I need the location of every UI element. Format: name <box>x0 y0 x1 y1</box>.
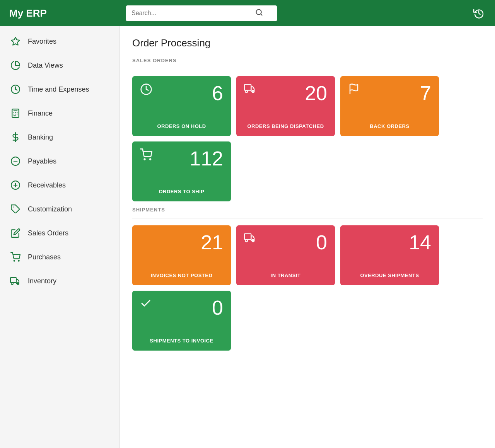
tile-shipments-to-invoice-bottom: SHIPMENTS TO INVOICE <box>140 334 223 344</box>
tile-orders-dispatched-top: 20 <box>244 83 327 103</box>
sidebar-item-customization[interactable]: Customization <box>0 197 119 221</box>
svg-rect-22 <box>10 278 16 283</box>
truck-dispatched-icon <box>244 83 256 97</box>
section-divider-sales <box>132 69 483 69</box>
chart-pie-icon <box>9 60 22 70</box>
back-orders-label: BACK ORDERS <box>348 123 431 130</box>
section-title-shipments: SHIPMENTS <box>132 207 483 213</box>
invoices-not-posted-label: INVOICES NOT POSTED <box>140 272 223 279</box>
app-title: My ERP <box>9 7 47 19</box>
sales-orders-tiles-row-1: 6 ORDERS ON HOLD 20 ORDERS BEING DISPA <box>132 76 483 136</box>
svg-point-23 <box>11 283 13 284</box>
content-area: Order Processing SALES ORDERS 6 ORDERS O… <box>120 26 495 448</box>
tile-orders-on-hold[interactable]: 6 ORDERS ON HOLD <box>132 76 231 136</box>
tile-in-transit-bottom: IN TRANSIT <box>244 268 327 279</box>
shipments-tiles-row-2: 0 SHIPMENTS TO INVOICE <box>132 291 483 351</box>
tile-invoices-not-posted-top: 21 <box>140 232 223 252</box>
sidebar-item-sales-orders-label: Sales Orders <box>28 229 68 237</box>
edit-icon <box>9 228 22 238</box>
tile-overdue-shipments[interactable]: 14 OVERDUE SHIPMENTS <box>340 225 439 285</box>
svg-point-27 <box>245 90 248 93</box>
in-transit-label: IN TRANSIT <box>244 272 327 279</box>
header-icons <box>463 5 495 22</box>
truck-icon <box>9 276 22 286</box>
tile-orders-on-hold-top: 6 <box>140 83 223 103</box>
search-input[interactable] <box>131 10 255 17</box>
app-logo: My ERP <box>0 7 120 19</box>
sidebar-item-inventory-label: Inventory <box>28 277 56 285</box>
tile-overdue-shipments-bottom: OVERDUE SHIPMENTS <box>348 268 431 279</box>
sidebar-item-time-expenses[interactable]: Time and Expenses <box>0 77 119 101</box>
sidebar-item-purchases[interactable]: Purchases <box>0 245 119 269</box>
tile-invoices-not-posted-bottom: INVOICES NOT POSTED <box>140 268 223 279</box>
sidebar-item-inventory[interactable]: Inventory <box>0 269 119 293</box>
truck-transit-icon <box>244 232 256 246</box>
sidebar-item-receivables-label: Receivables <box>28 181 66 189</box>
tile-overdue-shipments-top: 14 <box>348 232 431 252</box>
orders-to-ship-label: ORDERS TO SHIP <box>140 188 223 195</box>
search-box[interactable] <box>126 5 277 21</box>
sidebar-item-finance[interactable]: Finance <box>0 101 119 125</box>
plus-circle-icon <box>9 180 22 190</box>
overdue-shipments-label: OVERDUE SHIPMENTS <box>348 272 431 279</box>
clock-tile-icon <box>140 83 152 98</box>
back-orders-number: 7 <box>420 83 431 103</box>
calculator-icon <box>9 108 22 118</box>
orders-on-hold-label: ORDERS ON HOLD <box>140 123 223 130</box>
sales-orders-tiles-row-2: 112 ORDERS TO SHIP <box>132 141 483 201</box>
tile-in-transit-top: 0 <box>244 232 327 252</box>
tile-orders-on-hold-bottom: ORDERS ON HOLD <box>140 119 223 130</box>
tile-orders-to-ship[interactable]: 112 ORDERS TO SHIP <box>132 141 231 201</box>
sidebar-item-payables-label: Payables <box>28 157 56 165</box>
svg-point-30 <box>144 159 145 160</box>
svg-line-1 <box>261 14 262 15</box>
sidebar-item-data-views[interactable]: Data Views <box>0 53 119 77</box>
orders-on-hold-number: 6 <box>212 83 223 103</box>
cart-icon <box>9 252 22 262</box>
orders-to-ship-number: 112 <box>189 148 223 169</box>
svg-point-33 <box>245 240 248 242</box>
tile-shipments-to-invoice[interactable]: 0 SHIPMENTS TO INVOICE <box>132 291 231 351</box>
shipments-to-invoice-label: SHIPMENTS TO INVOICE <box>140 337 223 344</box>
history-button[interactable] <box>470 5 487 22</box>
header: My ERP <box>0 0 495 26</box>
star-icon <box>9 36 22 46</box>
sidebar-item-data-views-label: Data Views <box>28 61 63 70</box>
page-title: Order Processing <box>132 37 483 49</box>
sidebar-item-time-expenses-label: Time and Expenses <box>28 85 89 94</box>
tile-back-orders[interactable]: 7 BACK ORDERS <box>340 76 439 136</box>
sidebar-item-finance-label: Finance <box>28 109 53 118</box>
main-layout: Favorites Data Views Time and Expenses <box>0 26 495 448</box>
tile-in-transit[interactable]: 0 IN TRANSIT <box>236 225 335 285</box>
tile-back-orders-top: 7 <box>348 83 431 103</box>
tile-orders-to-ship-top: 112 <box>140 148 223 169</box>
overdue-shipments-number: 14 <box>409 232 431 252</box>
minus-circle-icon <box>9 156 22 166</box>
shipments-tiles-row-1: 21 INVOICES NOT POSTED 0 IN TRANSIT <box>132 225 483 285</box>
sidebar-item-receivables[interactable]: Receivables <box>0 173 119 197</box>
sidebar-item-favorites[interactable]: Favorites <box>0 29 119 53</box>
section-divider-shipments <box>132 218 483 218</box>
sidebar-item-customization-label: Customization <box>28 205 72 213</box>
tile-back-orders-bottom: BACK ORDERS <box>348 119 431 130</box>
sidebar-item-banking-label: Banking <box>28 133 53 141</box>
tile-shipments-to-invoice-top: 0 <box>140 298 223 318</box>
svg-marker-2 <box>11 37 20 45</box>
tile-orders-dispatched-bottom: ORDERS BEING DISPATCHED <box>244 119 327 130</box>
shipments-to-invoice-number: 0 <box>212 298 223 318</box>
sidebar: Favorites Data Views Time and Expenses <box>0 26 120 448</box>
tile-orders-being-dispatched[interactable]: 20 ORDERS BEING DISPATCHED <box>236 76 335 136</box>
sidebar-item-banking[interactable]: Banking <box>0 125 119 149</box>
tile-invoices-not-posted[interactable]: 21 INVOICES NOT POSTED <box>132 225 231 285</box>
in-transit-number: 0 <box>316 232 327 252</box>
clock-icon <box>9 84 22 94</box>
svg-rect-26 <box>244 85 251 90</box>
tile-orders-to-ship-bottom: ORDERS TO SHIP <box>140 184 223 195</box>
sidebar-item-favorites-label: Favorites <box>28 37 56 46</box>
cart-tile-icon <box>140 148 152 164</box>
search-area <box>120 5 463 21</box>
sidebar-item-sales-orders[interactable]: Sales Orders <box>0 221 119 245</box>
orders-being-dispatched-label: ORDERS BEING DISPATCHED <box>244 123 327 130</box>
dollar-icon <box>9 132 22 142</box>
sidebar-item-payables[interactable]: Payables <box>0 149 119 173</box>
